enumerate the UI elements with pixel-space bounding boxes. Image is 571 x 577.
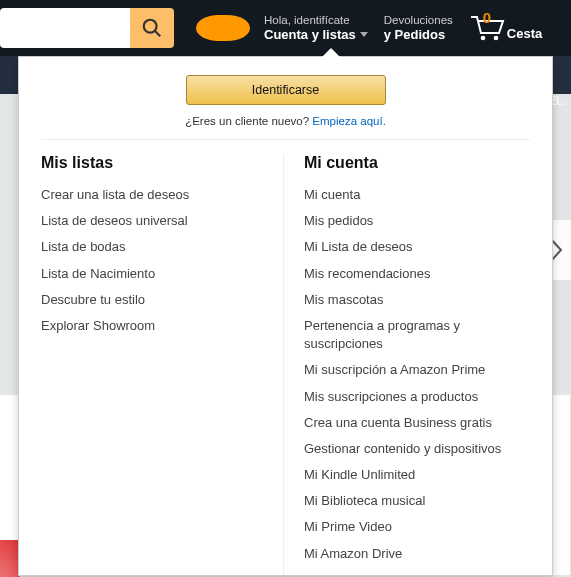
logo-smile[interactable] — [196, 15, 250, 41]
account-link[interactable]: Mis mascotas — [304, 287, 530, 313]
signin-button[interactable]: Identificarse — [186, 75, 386, 105]
account-link[interactable]: Mi Biblioteca musical — [304, 488, 530, 514]
account-link[interactable]: Mi suscripción a Amazon Prime — [304, 357, 530, 383]
account-link[interactable]: Mis pedidos — [304, 208, 530, 234]
account-link[interactable]: Mis recomendaciones — [304, 261, 530, 287]
cart-label: Cesta — [507, 26, 542, 41]
bg-image-fragment — [0, 540, 20, 577]
account-link[interactable]: Mi cuenta — [304, 182, 530, 208]
nav-account-greeting: Hola, identifícate — [264, 13, 368, 27]
account-link[interactable]: Mi Amazon Drive — [304, 541, 530, 567]
svg-line-1 — [155, 31, 161, 37]
nav-cart[interactable]: 0 Cesta — [469, 13, 542, 44]
lists-link[interactable]: Crear una lista de deseos — [41, 182, 267, 208]
account-link[interactable]: Mi Prime Video — [304, 514, 530, 540]
card-title-fragment: os — [0, 409, 16, 431]
account-header: Mi cuenta — [304, 154, 530, 172]
account-link[interactable]: Mi Kindle Unlimited — [304, 462, 530, 488]
svg-point-0 — [144, 20, 157, 33]
nav-returns-line1: Devoluciones — [384, 13, 453, 27]
new-customer-text: ¿Eres un cliente nuevo? Empieza aquí. — [41, 115, 530, 127]
signin-area: Identificarse ¿Eres un cliente nuevo? Em… — [41, 71, 530, 140]
search-button[interactable] — [130, 8, 174, 48]
account-flyout: Identificarse ¿Eres un cliente nuevo? Em… — [18, 56, 553, 576]
cart-count: 0 — [483, 9, 491, 26]
svg-point-3 — [494, 35, 499, 40]
start-here-link[interactable]: Empieza aquí. — [312, 115, 386, 127]
lists-link[interactable]: Descubre tu estilo — [41, 287, 267, 313]
lists-link[interactable]: Lista de deseos universal — [41, 208, 267, 234]
search-icon — [141, 17, 163, 39]
account-link[interactable]: Mis suscripciones a productos — [304, 384, 530, 410]
top-nav: Hola, identifícate Cuenta y listas Devol… — [0, 0, 571, 56]
nav-returns-orders[interactable]: Devoluciones y Pedidos — [384, 13, 453, 44]
lists-link[interactable]: Lista de Nacimiento — [41, 261, 267, 287]
chevron-down-icon — [360, 32, 368, 38]
account-link[interactable]: Crea una cuenta Business gratis — [304, 410, 530, 436]
nav-account-label: Cuenta y listas — [264, 27, 356, 43]
new-customer-question: ¿Eres un cliente nuevo? — [185, 115, 312, 127]
lists-link[interactable]: Lista de bodas — [41, 234, 267, 260]
account-link[interactable]: Mis Apps y dispositivos — [304, 567, 530, 576]
search-form — [0, 8, 174, 48]
account-link[interactable]: Gestionar contenido y dispositivos — [304, 436, 530, 462]
search-input[interactable] — [0, 8, 130, 48]
account-link[interactable]: Pertenencia a programas y suscripciones — [304, 313, 530, 357]
flyout-arrow — [322, 48, 340, 57]
account-column: Mi cuenta Mi cuentaMis pedidosMi Lista d… — [284, 154, 530, 576]
lists-column: Mis listas Crear una lista de deseosList… — [41, 154, 284, 576]
lists-link[interactable]: Explorar Showroom — [41, 313, 267, 339]
svg-point-2 — [481, 35, 486, 40]
lists-header: Mis listas — [41, 154, 267, 172]
account-link[interactable]: Mi Lista de deseos — [304, 234, 530, 260]
nav-returns-line2: y Pedidos — [384, 27, 453, 43]
nav-account[interactable]: Hola, identifícate Cuenta y listas — [264, 13, 368, 44]
